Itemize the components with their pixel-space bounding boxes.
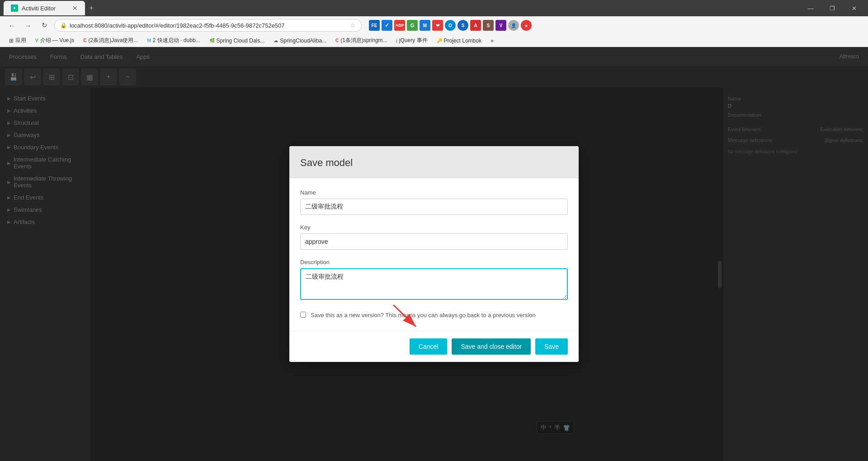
version-checkbox-row: Save this as a new version? This means y…: [300, 311, 568, 320]
tab-close-button[interactable]: ✕: [72, 5, 78, 11]
lombok-favicon: 🔑: [437, 38, 442, 43]
dialog-title: Save model: [300, 157, 568, 169]
key-label: Key: [300, 224, 568, 231]
description-textarea[interactable]: 二级审批流程: [300, 268, 568, 300]
refresh-button[interactable]: ↻: [38, 19, 51, 32]
save-button[interactable]: Save: [535, 338, 568, 355]
bookmark-springcloud[interactable]: 🌿 Spring Cloud Dals...: [206, 37, 269, 45]
name-label: Name: [300, 189, 568, 196]
save-model-dialog: Save model Name Key Description 二级审批流程: [289, 146, 579, 362]
ext-fe-icon[interactable]: FE: [369, 20, 380, 31]
tab-favicon: ✦: [11, 5, 18, 12]
close-window-button[interactable]: ✕: [844, 0, 864, 16]
dialog-footer: Cancel Save and close editor Save: [289, 331, 579, 362]
dialog-body: Name Key Description 二级审批流程 Save this as…: [289, 178, 579, 331]
apps-grid-icon: ⊞: [9, 38, 14, 44]
lock-icon: 🔒: [60, 22, 67, 29]
extensions-bar: FE ✓ ABP G M ❤ O S A S V 👤 ●: [369, 20, 532, 31]
bookmark-jquery[interactable]: j jQuery 事件: [393, 36, 431, 45]
tab-title: Activiti Editor: [22, 5, 56, 12]
bookmark-more[interactable]: »: [487, 37, 497, 45]
bookmark-dubbo[interactable]: M 2 快速启动 · dubb...: [144, 36, 204, 45]
ext-abp-icon[interactable]: ABP: [394, 20, 405, 31]
notification-icon[interactable]: ●: [521, 20, 532, 31]
bookmark-lombok[interactable]: 🔑 Project Lombok: [433, 37, 485, 45]
ext-check-icon[interactable]: ✓: [382, 20, 392, 31]
user-avatar-icon[interactable]: 👤: [508, 20, 519, 31]
new-version-checkbox[interactable]: [300, 312, 306, 318]
cancel-button[interactable]: Cancel: [410, 338, 448, 355]
name-form-group: Name: [300, 189, 568, 215]
tab-bar: ✦ Activiti Editor ✕ + — ❐ ✕: [0, 0, 868, 16]
bookmark-java[interactable]: C (2条消息)Java使用...: [80, 36, 142, 45]
app-area: Processes Forms Data and Tables Apps Alf…: [0, 47, 868, 461]
forward-button[interactable]: →: [22, 19, 34, 32]
name-input[interactable]: [300, 199, 568, 215]
bookmark-vuejs[interactable]: V 介绍 — Vue.js: [32, 36, 78, 45]
url-text: localhost:8080/activiti-app/editor/#/edi…: [70, 22, 347, 29]
bookmark-springm[interactable]: C (1条消息)springm...: [332, 36, 391, 45]
bookmark-springcloudaliba[interactable]: ☁ SpringCloudAliba...: [270, 37, 330, 45]
java-favicon: C: [83, 38, 86, 43]
springcloud-favicon: 🌿: [209, 38, 215, 43]
bookmark-star-icon[interactable]: ☆: [350, 22, 356, 29]
dialog-header: Save model: [289, 146, 579, 178]
version-checkbox-label: Save this as a new version? This means y…: [311, 311, 536, 320]
ext-v-icon[interactable]: V: [495, 20, 506, 31]
ext-ms-icon[interactable]: M: [420, 20, 430, 31]
active-tab[interactable]: ✦ Activiti Editor ✕: [4, 1, 85, 15]
browser-chrome: ✦ Activiti Editor ✕ + — ❐ ✕ ← → ↻ 🔒 loca…: [0, 0, 868, 47]
key-form-group: Key: [300, 224, 568, 250]
jquery-favicon: j: [396, 38, 397, 43]
vuejs-favicon: V: [35, 38, 38, 43]
description-form-group: Description 二级审批流程: [300, 259, 568, 302]
bookmark-apps[interactable]: ⊞ 应用: [5, 36, 30, 45]
bookmarks-bar: ⊞ 应用 V 介绍 — Vue.js C (2条消息)Java使用... M 2…: [0, 34, 868, 47]
minimize-button[interactable]: —: [800, 0, 821, 16]
nav-bar: ← → ↻ 🔒 localhost:8080/activiti-app/edit…: [0, 16, 868, 34]
ext-acrobat-icon[interactable]: A: [470, 20, 481, 31]
key-input[interactable]: [300, 233, 568, 250]
maximize-button[interactable]: ❐: [822, 0, 843, 16]
ext-opera-icon[interactable]: O: [445, 20, 456, 31]
alibaba-favicon: ☁: [274, 38, 278, 43]
save-and-close-button[interactable]: Save and close editor: [452, 338, 531, 355]
ext-ro-icon[interactable]: ❤: [432, 20, 443, 31]
back-button[interactable]: ←: [5, 19, 18, 32]
ext-safari-icon[interactable]: S: [458, 20, 468, 31]
springm-favicon: C: [335, 38, 339, 43]
dubbo-favicon: M: [147, 38, 151, 43]
ext-g-icon[interactable]: G: [407, 20, 418, 31]
description-label: Description: [300, 259, 568, 266]
address-bar[interactable]: 🔒 localhost:8080/activiti-app/editor/#/e…: [54, 19, 362, 32]
window-controls: — ❐ ✕: [800, 0, 864, 16]
ext-sc-icon[interactable]: S: [483, 20, 494, 31]
modal-overlay: Save model Name Key Description 二级审批流程: [0, 47, 868, 461]
new-tab-button[interactable]: +: [85, 2, 98, 14]
